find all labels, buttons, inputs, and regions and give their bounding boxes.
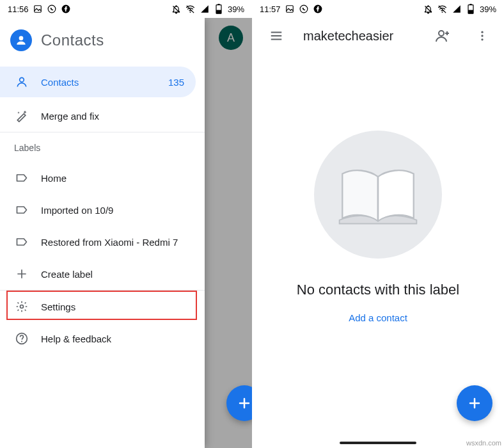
fab-add-contact[interactable]: [457, 385, 492, 421]
photos-status-icon: [285, 4, 295, 14]
svg-point-15: [442, 11, 443, 12]
status-time: 11:57: [260, 4, 281, 14]
help-icon: [15, 332, 28, 345]
open-book-icon: [336, 159, 420, 230]
svg-point-11: [21, 341, 22, 342]
wifi-off-icon: [185, 4, 196, 14]
dnd-icon: [423, 4, 434, 14]
svg-point-9: [20, 305, 24, 308]
status-time: 11:56: [8, 4, 29, 14]
drawer-item-label: Settings: [41, 301, 75, 312]
add-contact-link[interactable]: Add a contact: [349, 312, 407, 323]
drawer-item-label: Restored from Xiaomi - Redmi 7: [41, 237, 178, 248]
battery-icon: [466, 4, 476, 14]
svg-rect-0: [34, 6, 41, 13]
svg-point-8: [20, 77, 24, 82]
battery-percent: 39%: [228, 4, 244, 14]
drawer-item-create-label[interactable]: Create label: [0, 258, 205, 290]
watermark: wsxdn.com: [466, 439, 501, 447]
drawer-title: Contacts: [41, 31, 104, 49]
drawer-item-label: Help & feedback: [41, 333, 111, 344]
menu-button[interactable]: [264, 23, 289, 49]
status-bar-left: 11:57: [260, 4, 323, 14]
status-bar: 11:56 39%: [0, 0, 252, 18]
signal-icon: [200, 4, 210, 14]
labels-section-header: Labels: [0, 132, 205, 162]
battery-icon: [214, 4, 224, 14]
app-bar: maketecheasier: [252, 18, 504, 54]
label-outline-icon: [15, 172, 28, 184]
drawer-item-merge-fix[interactable]: Merge and fix: [0, 100, 205, 132]
overflow-button[interactable]: [469, 23, 495, 49]
appbar-title: maketecheasier: [303, 29, 416, 44]
nav-gesture-bar: [340, 442, 416, 444]
facebook-status-icon: [313, 4, 323, 14]
menu-icon: [269, 29, 283, 43]
label-outline-icon: [15, 236, 28, 248]
svg-point-22: [481, 38, 483, 40]
svg-point-1: [48, 5, 56, 13]
status-bar-right: 39%: [171, 4, 244, 14]
label-outline-icon: [15, 204, 28, 216]
contacts-count: 135: [168, 77, 184, 88]
drawer-item-help[interactable]: Help & feedback: [0, 323, 205, 355]
signal-icon: [452, 4, 462, 14]
empty-illustration-circle: [314, 131, 442, 259]
svg-point-7: [19, 36, 24, 40]
drawer-label-imported[interactable]: Imported on 10/9: [0, 194, 205, 226]
status-bar-left: 11:56: [8, 4, 71, 14]
dnd-icon: [171, 4, 182, 14]
drawer-label-home[interactable]: Home: [0, 162, 205, 194]
person-add-icon: [435, 28, 450, 44]
svg-point-19: [439, 31, 444, 36]
whatsapp-status-icon: [47, 4, 57, 14]
svg-rect-18: [468, 10, 473, 14]
drawer-header: Contacts: [0, 18, 205, 64]
plus-icon: [15, 268, 28, 280]
plus-icon: [467, 396, 482, 411]
svg-rect-12: [286, 6, 293, 13]
drawer-item-label: Contacts: [41, 77, 79, 88]
drawer-item-settings[interactable]: Settings: [0, 291, 205, 323]
svg-rect-17: [469, 4, 471, 5]
whatsapp-status-icon: [299, 4, 309, 14]
drawer-label-restored[interactable]: Restored from Xiaomi - Redmi 7: [0, 226, 205, 258]
facebook-status-icon: [61, 4, 71, 14]
person-outline-icon: [15, 76, 28, 88]
drawer-item-contacts[interactable]: Contacts 135: [0, 67, 196, 97]
empty-message: No contacts with this label: [297, 282, 459, 298]
gear-icon: [15, 300, 28, 313]
phone-left-screenshot: 11:56 39% A Contacts Contacts 135: [0, 0, 252, 448]
drawer-item-label: Home: [41, 173, 67, 184]
empty-state: No contacts with this label Add a contac…: [252, 54, 504, 323]
svg-point-20: [481, 31, 483, 33]
drawer-item-label: Imported on 10/9: [41, 205, 113, 216]
status-bar: 11:57 39%: [252, 0, 504, 18]
svg-rect-5: [217, 4, 219, 5]
contacts-app-icon: [10, 29, 32, 51]
drawer-item-label: Create label: [41, 269, 93, 280]
phone-right-screenshot: 11:57 39% maketecheasier: [252, 0, 504, 448]
more-vert-icon: [476, 29, 489, 42]
drawer-item-label: Merge and fix: [41, 111, 99, 122]
status-bar-right: 39%: [423, 4, 496, 14]
svg-point-3: [190, 11, 191, 12]
svg-point-13: [300, 5, 308, 13]
photos-status-icon: [33, 4, 43, 14]
battery-percent: 39%: [480, 4, 496, 14]
svg-rect-6: [216, 10, 221, 14]
magic-wand-icon: [15, 109, 28, 122]
add-person-button[interactable]: [430, 23, 455, 49]
svg-point-21: [481, 35, 483, 36]
navigation-drawer: Contacts Contacts 135 Merge and fix Labe…: [0, 18, 205, 448]
plus-icon: [237, 396, 252, 411]
wifi-off-icon: [437, 4, 448, 14]
